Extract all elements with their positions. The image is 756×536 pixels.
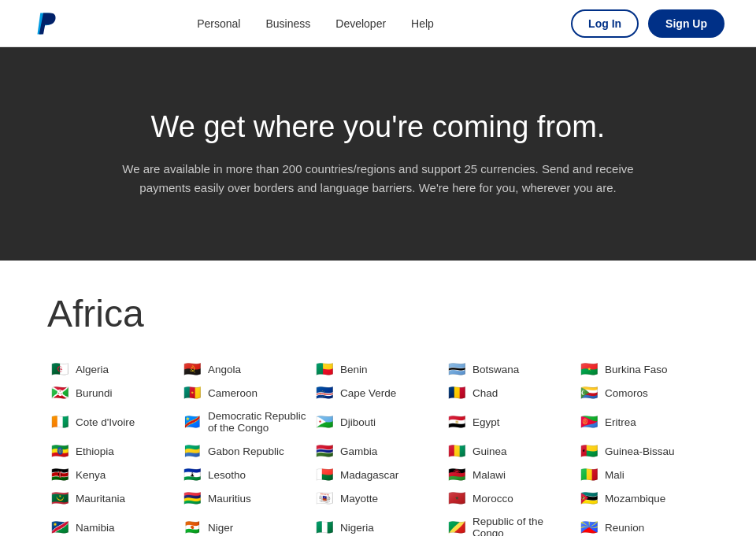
country-item[interactable]: 🇪🇷Eritrea <box>576 405 709 439</box>
country-name: Guinea <box>472 445 507 457</box>
country-item[interactable]: 🇨🇮Cote d'Ivoire <box>47 405 180 439</box>
country-name: Cameroon <box>208 387 258 399</box>
country-name: Burundi <box>76 387 113 399</box>
country-name: Democratic Republic of the Congo <box>208 410 309 434</box>
country-flag: 🇬🇲 <box>315 445 334 457</box>
country-item[interactable]: 🇲🇼Malawi <box>444 463 576 486</box>
country-item[interactable]: 🇨🇻Cape Verde <box>312 381 444 405</box>
country-item[interactable]: 🇧🇫Burkina Faso <box>576 357 709 381</box>
country-item[interactable]: 🇬🇲Gambia <box>312 439 444 463</box>
login-button[interactable]: Log In <box>571 9 639 38</box>
country-item[interactable]: 🇳🇪Niger <box>180 510 312 536</box>
country-flag: 🇳🇦 <box>50 521 69 534</box>
country-item[interactable]: 🇰🇪Kenya <box>47 463 180 486</box>
country-name: Lesotho <box>208 469 246 481</box>
country-item[interactable]: 🇪🇹Ethiopia <box>47 439 180 463</box>
nav-business[interactable]: Business <box>265 17 310 30</box>
country-item[interactable]: 🇳🇦Namibia <box>47 510 180 536</box>
country-flag: 🇧🇮 <box>50 386 69 399</box>
country-name: Djibouti <box>340 416 376 428</box>
country-name: Cape Verde <box>340 387 396 399</box>
country-item[interactable]: 🇧🇮Burundi <box>47 381 180 405</box>
country-name: Reunion <box>605 522 644 534</box>
country-name: Algeria <box>76 364 109 375</box>
country-item[interactable]: 🇦🇴Angola <box>180 357 312 381</box>
country-item[interactable]: 🇧🇯Benin <box>312 357 444 381</box>
country-item[interactable]: 🇬🇳Guinea <box>444 439 576 463</box>
country-flag: 🇲🇿 <box>580 492 598 505</box>
country-name: Nigeria <box>340 522 374 534</box>
country-name: Mali <box>605 469 624 481</box>
country-item[interactable]: 🇰🇲Comoros <box>576 381 709 405</box>
signup-button[interactable]: Sign Up <box>648 9 724 38</box>
country-name: Mayotte <box>340 493 378 505</box>
country-flag: 🇧🇫 <box>580 363 598 375</box>
country-item[interactable]: 🇲🇿Mozambique <box>576 486 709 510</box>
country-item[interactable]: 🇲🇦Morocco <box>444 486 576 510</box>
country-grid: 🇩🇿Algeria🇦🇴Angola🇧🇯Benin🇧🇼Botswana🇧🇫Burk… <box>47 357 709 536</box>
country-item[interactable]: 🇪🇬Egypt <box>444 405 576 439</box>
hero-subtitle: We are available in more than 200 countr… <box>110 160 646 198</box>
country-name: Egypt <box>472 416 500 428</box>
nav-help[interactable]: Help <box>411 17 434 30</box>
country-item[interactable]: 🇲🇺Mauritius <box>180 486 312 510</box>
region-title: Africa <box>47 292 709 335</box>
country-item[interactable]: 🇷🇪Reunion <box>576 510 709 536</box>
country-flag: 🇲🇼 <box>447 468 466 481</box>
country-item[interactable]: 🇨🇲Cameroon <box>180 381 312 405</box>
country-flag: 🇲🇱 <box>580 468 598 481</box>
hero-section: We get where you're coming from. We are … <box>0 47 756 261</box>
nav-actions: Log In Sign Up <box>571 9 724 38</box>
country-name: Benin <box>340 364 368 375</box>
country-name: Cote d'Ivoire <box>76 416 135 428</box>
hero-title: We get where you're coming from. <box>32 110 724 144</box>
country-flag: 🇨🇻 <box>315 386 334 399</box>
country-flag: 🇪🇷 <box>580 416 598 428</box>
country-name: Angola <box>208 364 241 375</box>
country-item[interactable]: 🇨🇬Republic of the Congo <box>444 510 576 536</box>
country-flag: 🇲🇦 <box>447 492 466 505</box>
country-flag: 🇬🇳 <box>447 445 466 457</box>
country-name: Niger <box>208 522 233 534</box>
country-flag: 🇷🇪 <box>580 521 598 534</box>
country-flag: 🇬🇦 <box>183 445 202 457</box>
country-item[interactable]: 🇱🇸Lesotho <box>180 463 312 486</box>
country-flag: 🇨🇲 <box>183 386 202 399</box>
country-flag: 🇲🇷 <box>50 492 69 505</box>
country-name: Namibia <box>76 522 115 534</box>
country-item[interactable]: 🇩🇯Djibouti <box>312 405 444 439</box>
country-item[interactable]: 🇬🇦Gabon Republic <box>180 439 312 463</box>
country-name: Mozambique <box>605 493 665 505</box>
country-name: Madagascar <box>340 469 398 481</box>
country-item[interactable]: 🇧🇼Botswana <box>444 357 576 381</box>
country-name: Burkina Faso <box>605 364 668 375</box>
country-item[interactable]: 🇲🇬Madagascar <box>312 463 444 486</box>
country-flag: 🇲🇺 <box>183 492 202 505</box>
country-item[interactable]: 🇾🇹Mayotte <box>312 486 444 510</box>
country-name: Gambia <box>340 445 377 457</box>
logo[interactable] <box>32 9 60 38</box>
country-name: Mauritania <box>76 493 125 505</box>
navbar: Personal Business Developer Help Log In … <box>0 0 756 47</box>
country-flag: 🇨🇬 <box>447 521 466 534</box>
country-item[interactable]: 🇩🇿Algeria <box>47 357 180 381</box>
country-item[interactable]: 🇨🇩Democratic Republic of the Congo <box>180 405 312 439</box>
country-name: Kenya <box>76 469 106 481</box>
country-item[interactable]: 🇲🇱Mali <box>576 463 709 486</box>
country-item[interactable]: 🇹🇩Chad <box>444 381 576 405</box>
country-name: Ethiopia <box>76 445 114 457</box>
country-name: Guinea-Bissau <box>605 445 675 457</box>
nav-developer[interactable]: Developer <box>335 17 386 30</box>
nav-personal[interactable]: Personal <box>197 17 240 30</box>
country-flag: 🇰🇲 <box>580 386 598 399</box>
country-flag: 🇪🇹 <box>50 445 69 457</box>
country-name: Chad <box>472 387 498 399</box>
country-flag: 🇬🇼 <box>580 445 598 457</box>
country-name: Gabon Republic <box>208 445 284 457</box>
country-item[interactable]: 🇳🇬Nigeria <box>312 510 444 536</box>
country-flag: 🇧🇼 <box>447 363 466 375</box>
country-item[interactable]: 🇲🇷Mauritania <box>47 486 180 510</box>
country-item[interactable]: 🇬🇼Guinea-Bissau <box>576 439 709 463</box>
country-name: Botswana <box>472 364 519 375</box>
content-area: Africa 🇩🇿Algeria🇦🇴Angola🇧🇯Benin🇧🇼Botswan… <box>0 261 756 536</box>
